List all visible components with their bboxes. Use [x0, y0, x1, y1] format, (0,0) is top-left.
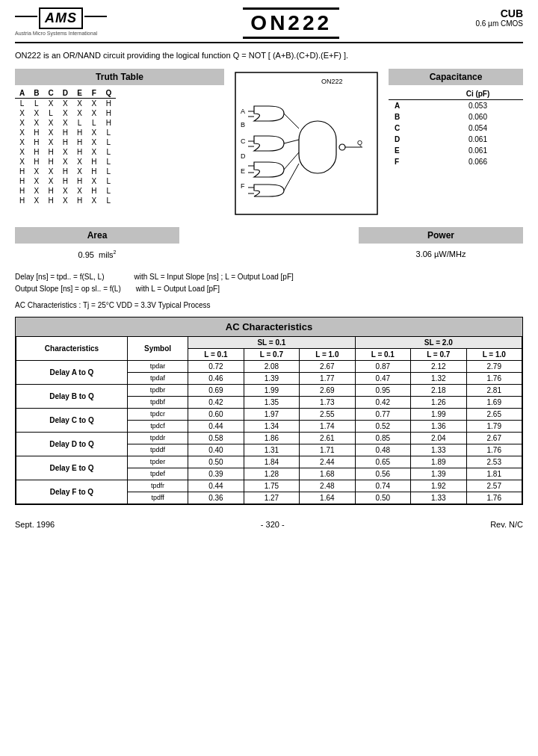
ac-table-row: Delay D to Qtpddr0.581.862.610.852.042.6… [16, 432, 522, 444]
footer-page: - 320 - [261, 520, 285, 529]
delay-note: Delay [ns] = tpd.. = f(SL, L) [15, 271, 105, 283]
cap-table-row: F0.066 [389, 156, 523, 167]
technology: 0.6 µm CMOS [475, 19, 523, 28]
truth-table-cell: H [87, 167, 101, 176]
ams-subtitle: Austria Micro Systems International [15, 31, 107, 36]
ac-value: 1.36 [411, 420, 466, 432]
truth-table-cell: X [72, 186, 87, 196]
truth-table-row: XHXHHXL [15, 128, 116, 137]
truth-table-cell: H [29, 157, 43, 167]
truth-table-cell: L [101, 128, 116, 137]
truth-table-cell: H [15, 196, 29, 205]
truth-table-cell: X [15, 118, 29, 128]
col-c: C [43, 88, 58, 99]
ac-value: 0.58 [188, 432, 244, 444]
truth-table-cell: H [101, 108, 116, 118]
ac-table-title: AC Characteristics [16, 317, 522, 336]
cap-table-row: C0.054 [389, 123, 523, 134]
part-number: ON222 [107, 7, 475, 39]
cap-pin: D [389, 134, 433, 145]
ac-value: 0.95 [355, 384, 410, 396]
truth-table-cell: X [15, 108, 29, 118]
ac-value: 0.50 [355, 492, 410, 504]
delay-note-with: with SL = Input Slope [ns] ; L = Output … [134, 271, 294, 283]
ac-value: 2.12 [411, 360, 466, 372]
truth-table-cell: H [101, 99, 116, 109]
truth-table-cell: H [43, 186, 58, 196]
truth-table-cell: H [72, 147, 87, 157]
truth-table-cell: L [87, 118, 101, 128]
ac-symbol-f: tpdbf [127, 396, 188, 408]
truth-table-cell: L [15, 99, 29, 109]
truth-table-cell: H [72, 128, 87, 137]
cap-value: 0.061 [433, 134, 523, 145]
ac-value: 2.44 [300, 456, 355, 468]
ac-value: 2.67 [300, 360, 355, 372]
ac-value: 0.48 [355, 444, 410, 456]
truth-table-cell: L [101, 147, 116, 157]
cap-value: 0.061 [433, 145, 523, 156]
sl1-header: SL = 0.1 [188, 336, 355, 348]
ams-text: AMS [39, 7, 83, 29]
ac-value: 1.99 [244, 384, 299, 396]
svg-text:B: B [241, 121, 245, 128]
ac-symbol-f: tpdef [127, 468, 188, 480]
cap-pin-header [389, 88, 433, 100]
ac-value: 0.42 [188, 396, 244, 408]
ac-table-row: Delay B to Qtpdbr0.691.992.690.952.182.8… [16, 384, 522, 396]
truth-table-header: Truth Table [15, 69, 224, 85]
ac-value: 1.74 [300, 420, 355, 432]
cap-pin: E [389, 145, 433, 156]
ac-value: 1.31 [244, 444, 299, 456]
ac-value: 0.40 [188, 444, 244, 456]
truth-table-cell: L [101, 167, 116, 176]
truth-table-cell: X [58, 157, 72, 167]
ac-value: 1.69 [466, 396, 522, 408]
ac-value: 2.69 [300, 384, 355, 396]
ac-value: 0.72 [188, 360, 244, 372]
truth-table-cell: X [43, 176, 58, 186]
spacer [187, 227, 351, 262]
truth-table-cell: H [72, 137, 87, 147]
sl1-l01-header: L = 0.1 [188, 348, 244, 360]
ac-symbol-r: tpdfr [127, 480, 188, 492]
truth-table-row: XHXHHXL [15, 137, 116, 147]
ac-value: 1.39 [244, 372, 299, 384]
truth-table-row: LLXXXXH [15, 99, 116, 109]
logo-area: AMS Austria Micro Systems International [15, 7, 107, 36]
ac-value: 0.44 [188, 420, 244, 432]
ac-value: 0.44 [188, 480, 244, 492]
ac-value: 0.87 [355, 360, 410, 372]
ac-value: 1.75 [244, 480, 299, 492]
truth-table-cell: H [72, 196, 87, 205]
ac-value: 1.33 [411, 492, 466, 504]
truth-table-cell: L [43, 108, 58, 118]
truth-table-cell: X [29, 167, 43, 176]
truth-table-cell: X [43, 167, 58, 176]
ac-value: 1.34 [244, 420, 299, 432]
page-header: AMS Austria Micro Systems International … [15, 7, 523, 43]
truth-table-cell: X [72, 99, 87, 109]
svg-text:D: D [241, 152, 246, 160]
char-header: Characteristics [16, 336, 128, 360]
truth-table-cell: X [15, 128, 29, 137]
sl1-l10-header: L = 1.0 [300, 348, 355, 360]
truth-table-cell: L [72, 118, 87, 128]
ac-value: 1.76 [466, 372, 522, 384]
truth-table-cell: X [87, 108, 101, 118]
ac-value: 1.28 [244, 468, 299, 480]
ac-value: 1.33 [411, 444, 466, 456]
power-header: Power [359, 227, 523, 244]
ac-value: 2.48 [300, 480, 355, 492]
capacitance-table: Ci (pF) A0.053B0.060C0.054D0.061E0.061F0… [389, 88, 523, 167]
truth-table-cell: H [43, 196, 58, 205]
col-b: B [29, 88, 43, 99]
truth-table-cell: X [29, 186, 43, 196]
slope-note: Output Slope [ns] = op sl.. = f(L) [15, 283, 121, 295]
ac-char: Delay F to Q [16, 480, 128, 504]
area-value: 0.95 mils2 [15, 247, 179, 262]
truth-table-cell: X [15, 147, 29, 157]
ac-value: 2.55 [300, 408, 355, 420]
truth-table-cell: X [29, 108, 43, 118]
ac-table-row: Delay A to Qtpdar0.722.082.670.872.122.7… [16, 360, 522, 372]
